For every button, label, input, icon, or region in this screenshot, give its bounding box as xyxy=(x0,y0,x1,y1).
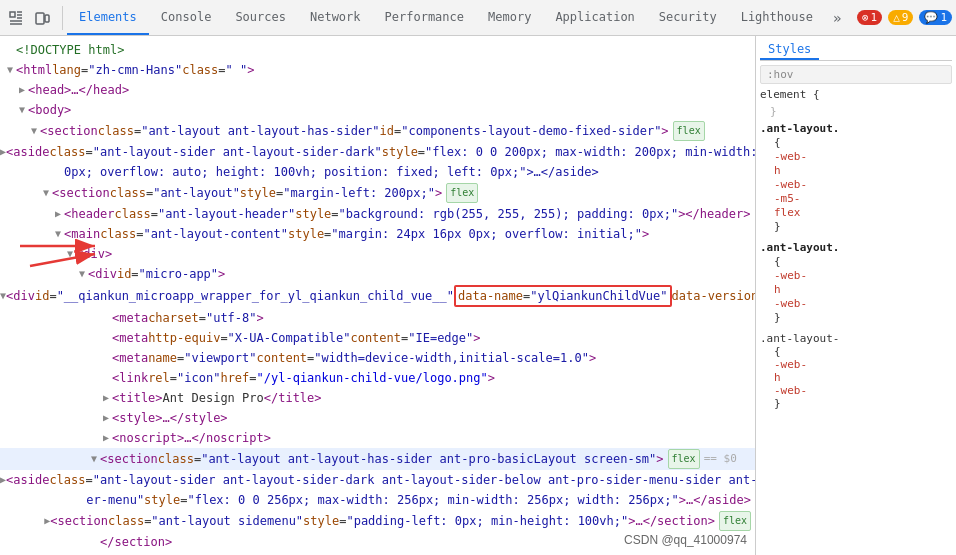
tag-text: <div xyxy=(6,287,35,305)
expand-arrow[interactable] xyxy=(100,409,112,427)
element-rule: element { xyxy=(760,88,952,101)
expand-arrow[interactable] xyxy=(16,81,28,99)
dom-line[interactable]: <header class="ant-layout-header" style=… xyxy=(0,204,755,224)
attr-val: "zh-cmn-Hans" xyxy=(88,61,182,79)
style-line: h xyxy=(764,371,952,384)
tag-text: <aside xyxy=(6,471,49,489)
attr-name: data-name xyxy=(458,289,523,303)
dom-line[interactable]: <body> xyxy=(0,100,755,120)
dom-panel[interactable]: <!DOCTYPE html> <html lang="zh-cmn-Hans"… xyxy=(0,36,756,555)
expand-arrow[interactable] xyxy=(40,184,52,202)
inspect-button[interactable] xyxy=(4,6,28,30)
expand-arrow[interactable] xyxy=(64,245,76,263)
style-line: } xyxy=(764,397,952,410)
element-rule-close: } xyxy=(760,105,952,118)
tab-console[interactable]: Console xyxy=(149,0,224,35)
attr-eq: = xyxy=(218,61,225,79)
expand-arrow[interactable] xyxy=(100,429,112,447)
tag-text: <meta xyxy=(112,349,148,367)
tab-application[interactable]: Application xyxy=(543,0,646,35)
dom-line[interactable]: <link rel="icon" href="/yl-qiankun-child… xyxy=(0,368,755,388)
attr-name: class xyxy=(98,122,134,140)
dom-line[interactable]: </section> xyxy=(0,532,755,552)
dom-line[interactable]: <!DOCTYPE html> xyxy=(0,40,755,60)
dom-line[interactable]: <meta charset="utf-8"> xyxy=(0,308,755,328)
dom-line[interactable]: <aside class="ant-layout-sider ant-layou… xyxy=(0,470,755,490)
tag-close: > xyxy=(661,122,668,140)
warn-badge[interactable]: △ 9 xyxy=(888,10,913,25)
expand-arrow[interactable] xyxy=(52,205,64,223)
dom-line[interactable]: <div> xyxy=(0,244,755,264)
dom-line[interactable]: <noscript>…</noscript> xyxy=(0,428,755,448)
dom-line[interactable]: <section class="ant-layout sidemenu" sty… xyxy=(0,510,755,532)
expand-arrow[interactable] xyxy=(88,450,100,468)
dom-line[interactable]: 0px; overflow: auto; height: 100vh; posi… xyxy=(0,162,755,182)
attr-val: "/yl-qiankun-child-vue/logo.png" xyxy=(257,369,488,387)
attr-name: http-equiv xyxy=(148,329,220,347)
tab-lighthouse[interactable]: Lighthouse xyxy=(729,0,825,35)
tab-memory[interactable]: Memory xyxy=(476,0,543,35)
toolbar-right: ⊗ 1 △ 9 💬 1 xyxy=(849,10,952,25)
dom-line[interactable]: <style>…</style> xyxy=(0,408,755,428)
tag-text: <meta xyxy=(112,329,148,347)
flex-badge: flex xyxy=(668,449,700,469)
dom-line[interactable]: <meta name="viewport" content="width=dev… xyxy=(0,348,755,368)
device-toolbar-button[interactable] xyxy=(30,6,54,30)
style-line: -web- xyxy=(764,296,952,310)
tag-text: <div> xyxy=(76,245,112,263)
expand-arrow[interactable] xyxy=(100,389,112,407)
dom-line-selected[interactable]: <section class="ant-layout ant-layout-ha… xyxy=(0,448,755,470)
styles-tab[interactable]: Styles xyxy=(760,40,819,60)
attr-val: "icon" xyxy=(177,369,220,387)
tag-text: <title> xyxy=(112,389,163,407)
dom-line[interactable]: <head>…</head> xyxy=(0,80,755,100)
attr-name: href xyxy=(220,369,249,387)
tag-text: <link xyxy=(112,369,148,387)
dom-line[interactable]: <section class="ant-layout ant-layout-ha… xyxy=(0,120,755,142)
more-tabs-button[interactable]: » xyxy=(825,0,849,35)
attr-val: "width=device-width,initial-scale=1.0" xyxy=(314,349,589,367)
attr-val: "ant-layout-header" xyxy=(158,205,295,223)
expand-arrow[interactable] xyxy=(4,61,16,79)
tab-performance[interactable]: Performance xyxy=(373,0,476,35)
dom-line[interactable]: <aside class="ant-layout-sider ant-layou… xyxy=(0,142,755,162)
svg-rect-7 xyxy=(45,15,49,22)
styles-panel: Styles :hov element { } .ant-layout. { -… xyxy=(756,36,956,555)
style-line: h xyxy=(764,282,952,296)
dom-line[interactable]: <html lang="zh-cmn-Hans" class=" " > xyxy=(0,60,755,80)
expand-arrow[interactable] xyxy=(76,265,88,283)
expand-arrow[interactable] xyxy=(52,225,64,243)
dom-line[interactable]: er-menu" style="flex: 0 0 256px; max-wid… xyxy=(0,490,755,510)
eq-badge: == $0 xyxy=(704,450,737,468)
style-line: -web- xyxy=(764,268,952,282)
info-badge[interactable]: 💬 1 xyxy=(919,10,952,25)
attr-val: "flex: 0 0 200px; max-width: 200px; min-… xyxy=(425,143,756,161)
dom-line-annotated[interactable]: <div id="__qiankun_microapp_wrapper_for_… xyxy=(0,284,755,308)
tab-sources[interactable]: Sources xyxy=(223,0,298,35)
attr-name: name xyxy=(148,349,177,367)
attr-name: class xyxy=(49,143,85,161)
attr-name: class xyxy=(110,184,146,202)
attr-val: "ant-layout ant-layout-has-sider ant-pro… xyxy=(201,450,656,468)
tag-text: <body> xyxy=(28,101,71,119)
dom-line[interactable]: <div id="micro-app"> xyxy=(0,264,755,284)
tab-security[interactable]: Security xyxy=(647,0,729,35)
attr-val: "viewport" xyxy=(184,349,256,367)
attr-eq: = xyxy=(81,61,88,79)
dom-line[interactable]: <section class="ant-layout" style="margi… xyxy=(0,182,755,204)
attr-name: id xyxy=(117,265,131,283)
attr-name: style xyxy=(240,184,276,202)
main-area: <!DOCTYPE html> <html lang="zh-cmn-Hans"… xyxy=(0,36,956,555)
dom-line[interactable]: <title>Ant Design Pro</title> xyxy=(0,388,755,408)
tab-elements[interactable]: Elements xyxy=(67,0,149,35)
dom-line[interactable]: <main class="ant-layout-content" style="… xyxy=(0,224,755,244)
attr-val: "ant-layout-content" xyxy=(143,225,288,243)
error-badge[interactable]: ⊗ 1 xyxy=(857,10,882,25)
expand-arrow[interactable] xyxy=(28,122,40,140)
attr-val: "ant-layout" xyxy=(153,184,240,202)
expand-arrow[interactable] xyxy=(16,101,28,119)
dom-line[interactable]: <meta http-equiv="X-UA-Compatible" conte… xyxy=(0,328,755,348)
info-count: 1 xyxy=(940,11,947,24)
tab-network[interactable]: Network xyxy=(298,0,373,35)
attr-name: class xyxy=(100,225,136,243)
